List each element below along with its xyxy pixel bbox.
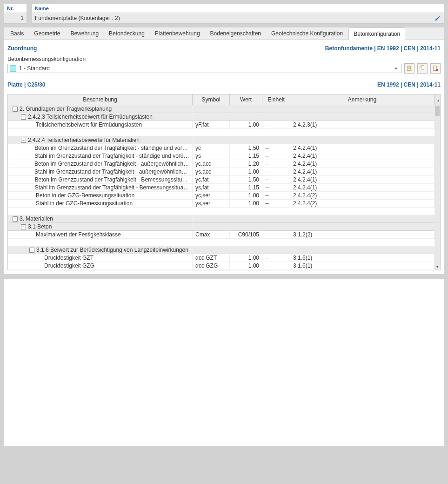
cell-anmerkung: 3.1.6(1) <box>290 254 435 262</box>
data-row[interactable]: Teilsicherheitsbeiwert für Ermüdungslast… <box>8 121 440 129</box>
cell-symbol: Cmax <box>193 231 230 238</box>
cell-wert[interactable]: 1.20 <box>230 160 262 168</box>
data-row[interactable]: Beton im Grenzzustand der Tragfähigkeit … <box>8 144 440 152</box>
cell-einheit <box>262 218 290 219</box>
cell-wert[interactable]: 1.00 <box>230 121 262 128</box>
cell-wert[interactable]: 1.15 <box>230 184 262 191</box>
row-label: Stahl im Grenzzustand der Tragfähigkeit … <box>35 184 189 191</box>
cell-einheit: -- <box>262 200 290 207</box>
data-row[interactable]: Stahl im Grenzzustand der Tragfähigkeit … <box>8 184 440 192</box>
cell-wert[interactable]: 1.00 <box>230 262 262 269</box>
cell-anmerkung <box>290 108 435 109</box>
group-row[interactable]: −2. Grundlagen der Tragwerksplanung <box>8 105 440 113</box>
cell-anmerkung <box>290 218 435 219</box>
collapse-toggle[interactable]: − <box>21 138 26 143</box>
edit-name-button[interactable] <box>433 13 443 23</box>
grid-title-left: Platte | C25/30 <box>7 81 45 88</box>
new-config-button[interactable] <box>404 63 415 74</box>
content-area: Zuordnung Betonfundamente | EN 1992 | CE… <box>4 40 444 274</box>
cell-wert[interactable]: 1.00 <box>230 192 262 199</box>
cell-einheit <box>262 226 290 227</box>
vertical-scrollbar[interactable]: ▾ <box>435 104 440 270</box>
data-row[interactable]: Druckfestigkeit GZTαcc,GZT1.00--3.1.6(1) <box>8 254 440 262</box>
group-row[interactable]: −3. Materialien <box>8 215 440 223</box>
row-label: Teilsicherheitsbeiwert für Ermüdungslast… <box>36 121 142 128</box>
cell-beschreibung: Stahl im Grenzzustand der Tragfähigkeit … <box>8 152 193 160</box>
col-symbol[interactable]: Symbol <box>193 94 230 105</box>
data-row[interactable]: Beton im Grenzzustand der Tragfähigkeit … <box>8 160 440 168</box>
cell-symbol <box>193 140 230 141</box>
data-row[interactable]: Stahl im Grenzzustand der Tragfähigkeit … <box>8 168 440 176</box>
tab-betondeckung[interactable]: Betondeckung <box>104 27 149 40</box>
data-row[interactable]: Stahl im Grenzzustand der Tragfähigkeit … <box>8 152 440 160</box>
row-label: Stahl in der GZG-Bemessungssituation <box>36 200 133 207</box>
group-row[interactable]: −3.1 Beton <box>8 223 440 231</box>
tab-basis[interactable]: Basis <box>6 27 28 40</box>
row-label: Beton in der GZG-Bemessungssituation <box>36 192 134 199</box>
row-label: 3.1.6 Beiwert zur Berücksichtigung von L… <box>36 247 188 253</box>
tab-geotechnische-konfiguration[interactable]: Geotechnische Konfiguration <box>267 27 348 40</box>
cell-wert[interactable]: 1.00 <box>230 168 262 175</box>
data-grid: Beschreibung Symbol Wert Einheit Anmerku… <box>7 94 441 270</box>
grid-title-right: EN 1992 | CEN | 2014-11 <box>377 81 441 88</box>
tab-plattenbewehrung[interactable]: Plattenbewehrung <box>150 27 205 40</box>
collapse-toggle[interactable]: − <box>13 216 18 222</box>
scrollbar-thumb[interactable] <box>435 106 440 116</box>
group-row[interactable]: −2.4.2.3 Teilsicherheitsbeiwert für Ermü… <box>8 113 440 121</box>
data-row[interactable]: Beton in der GZG-Bemessungssituationγc,s… <box>8 192 440 200</box>
cell-anmerkung <box>290 140 435 141</box>
col-wert[interactable]: Wert <box>230 94 262 105</box>
cell-symbol: γs,fat <box>193 184 230 191</box>
tab-geometrie[interactable]: Geometrie <box>29 27 65 40</box>
tab-bodeneigenschaften[interactable]: Bodeneigenschaften <box>206 27 266 40</box>
row-label: Beton im Grenzzustand der Tragfähigkeit … <box>35 176 189 183</box>
cell-wert <box>230 140 262 141</box>
group-row[interactable]: −2.4.2.4 Teilsicherheitsbeiwerte für Mat… <box>8 136 440 144</box>
data-row[interactable]: Druckfestigkeit GZGαcc,GZG1.00--3.1.6(1) <box>8 262 440 270</box>
cell-symbol: γs <box>193 152 230 160</box>
collapse-toggle[interactable]: − <box>13 107 18 112</box>
cell-beschreibung: Beton in der GZG-Bemessungssituation <box>8 192 193 199</box>
grid-columns-header: Beschreibung Symbol Wert Einheit Anmerku… <box>8 94 440 105</box>
data-row[interactable]: Beton im Grenzzustand der Tragfähigkeit … <box>8 176 440 184</box>
data-row[interactable]: Stahl in der GZG-Bemessungssituationγs,s… <box>8 200 440 208</box>
nr-value[interactable]: 1 <box>4 13 27 23</box>
cell-beschreibung: Beton im Grenzzustand der Tragfähigkeit … <box>8 144 193 152</box>
cell-symbol: γc,ser <box>193 192 230 199</box>
cell-symbol: γc <box>193 144 230 152</box>
assignment-header: Zuordnung Betonfundamente | EN 1992 | CE… <box>7 44 441 53</box>
cell-beschreibung: Beton im Grenzzustand der Tragfähigkeit … <box>8 160 193 168</box>
cell-wert[interactable]: C90/105 <box>230 231 262 238</box>
cell-wert <box>230 226 262 227</box>
tab-betonkonfiguration[interactable]: Betonkonfiguration <box>348 27 405 40</box>
group-row[interactable]: −3.1.6 Beiwert zur Berücksichtigung von … <box>8 246 440 254</box>
cell-wert[interactable]: 1.00 <box>230 200 262 207</box>
svg-rect-0 <box>435 20 437 20</box>
cell-wert[interactable]: 1.15 <box>230 152 262 160</box>
cell-wert[interactable]: 1.50 <box>230 144 262 152</box>
delete-config-button[interactable] <box>430 63 441 74</box>
collapse-toggle[interactable]: − <box>29 248 34 253</box>
name-value[interactable]: Fundamentplatte (Knotenlager : 2) <box>32 13 433 23</box>
col-einheit[interactable]: Einheit <box>262 94 290 105</box>
row-label: 2.4.2.4 Teilsicherheitsbeiwerte für Mate… <box>28 137 140 143</box>
copy-config-button[interactable] <box>417 63 428 74</box>
cell-symbol <box>193 218 230 219</box>
collapse-toggle[interactable]: − <box>21 224 26 229</box>
tab-bewehrung[interactable]: Bewehrung <box>66 27 103 40</box>
cell-einheit: -- <box>262 262 290 269</box>
collapse-toggle[interactable]: − <box>21 114 26 120</box>
name-field: Name Fundamentplatte (Knotenlager : 2) <box>32 4 444 24</box>
assignment-title: Zuordnung <box>7 45 37 52</box>
cell-beschreibung: Druckfestigkeit GZG <box>8 262 193 269</box>
config-dropdown[interactable]: 1 - Standard ▾ <box>7 64 401 73</box>
cell-beschreibung: −3.1 Beton <box>8 223 193 230</box>
col-anmerkung[interactable]: Anmerkung <box>290 94 435 105</box>
cell-symbol <box>193 226 230 227</box>
data-row[interactable]: Maximalwert der FestigkeitsklasseCmaxC90… <box>8 231 440 239</box>
assignment-standard: Betonfundamente | EN 1992 | CEN | 2014-1… <box>325 45 441 52</box>
cell-wert[interactable]: 1.00 <box>230 254 262 262</box>
scroll-down-arrow-icon[interactable]: ▾ <box>436 265 438 270</box>
col-beschreibung[interactable]: Beschreibung <box>8 94 193 105</box>
cell-wert[interactable]: 1.50 <box>230 176 262 183</box>
